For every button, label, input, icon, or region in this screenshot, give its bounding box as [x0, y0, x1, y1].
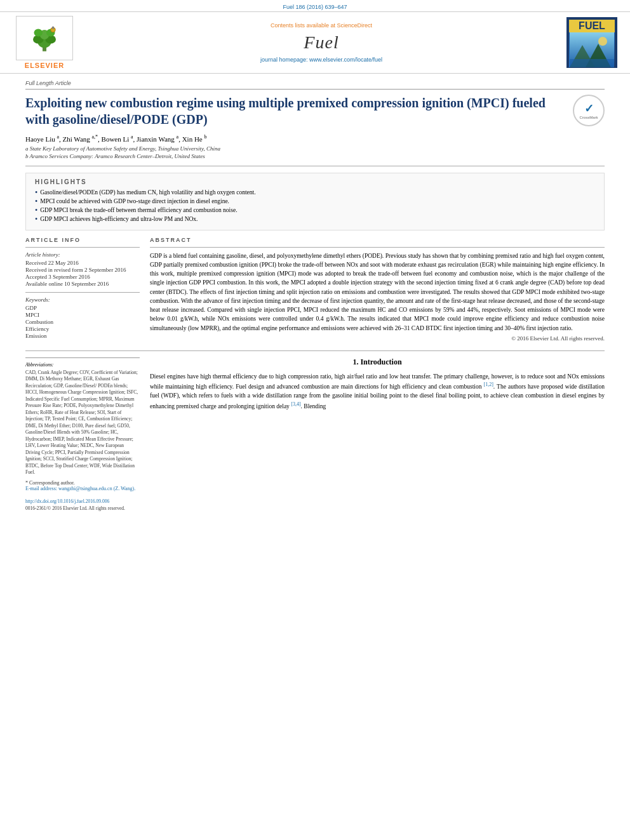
- citation-bar: Fuel 186 (2016) 639–647: [0, 0, 630, 11]
- highlights-title: HIGHLIGHTS: [35, 178, 595, 185]
- bullet-2: •: [35, 197, 37, 205]
- highlight-item-3: • GDP MPCI break the trade-off between t…: [35, 207, 595, 214]
- crossmark-badge: ✓ CrossMark: [573, 95, 605, 126]
- elsevier-logo: ELSEVIER: [13, 16, 76, 69]
- keyword-3: Efficiency: [25, 326, 140, 332]
- crossmark-label: CrossMark: [579, 116, 598, 119]
- article-info-label: ARTICLE INFO: [25, 237, 140, 243]
- svg-point-5: [34, 29, 43, 36]
- article-type: Full Length Article: [25, 80, 605, 90]
- abbreviations-text: CAD, Crank Angle Degree; COV, Coefficien…: [25, 370, 140, 476]
- abbreviations-title: Abbreviations:: [25, 362, 140, 368]
- abstract-text: GDP is a blend fuel containing gasoline,…: [150, 251, 605, 333]
- svg-rect-12: [570, 59, 614, 67]
- svg-point-13: [598, 37, 607, 46]
- intro-col: 1. Introduction Diesel engines have high…: [150, 357, 605, 511]
- info-abstract-row: ARTICLE INFO Article history: Received 2…: [25, 237, 605, 344]
- available-date: Available online 10 September 2016: [25, 281, 140, 287]
- revised-date: Received in revised form 2 September 201…: [25, 267, 140, 273]
- abstract-col: ABSTRACT GDP is a blend fuel containing …: [150, 237, 605, 344]
- journal-name: Fuel: [89, 32, 554, 53]
- issn-line: 0016-2361/© 2016 Elsevier Ltd. All right…: [25, 505, 140, 511]
- highlight-item-1: • Gasoline/diesel/PODEn (GDP) has medium…: [35, 189, 595, 196]
- accepted-date: Accepted 3 September 2016: [25, 274, 140, 280]
- keyword-1: MPCI: [25, 312, 140, 318]
- doi-link[interactable]: http://dx.doi.org/10.1016/j.fuel.2016.09…: [25, 498, 140, 504]
- citation-text: Fuel 186 (2016) 639–647: [283, 4, 347, 10]
- corresponding-note: * Corresponding author.: [25, 480, 140, 486]
- title-row: Exploiting new combustion regime using m…: [25, 95, 605, 128]
- email-text: E-mail address: wangzhi@tsinghua.edu.cn …: [25, 486, 135, 491]
- history-label: Article history:: [25, 251, 140, 258]
- fuel-logo: FUEL: [566, 17, 617, 68]
- history-subsection: Article history: Received 22 May 2016 Re…: [25, 251, 140, 287]
- keyword-4: Emission: [25, 333, 140, 339]
- highlight-item-2: • MPCI could be achieved with GDP two-st…: [35, 198, 595, 205]
- intro-title: 1. Introduction: [150, 357, 605, 367]
- received-date: Received 22 May 2016: [25, 260, 140, 266]
- bullet-3: •: [35, 206, 37, 214]
- intro-text: Diesel engines have high thermal efficie…: [150, 372, 605, 411]
- abstract-label: ABSTRACT: [150, 237, 605, 243]
- intro-section: Abbreviations: CAD, Crank Angle Degree; …: [25, 357, 605, 511]
- journal-center: Contents lists available at ScienceDirec…: [76, 22, 566, 63]
- fuel-logo-text: FUEL: [569, 20, 615, 32]
- footnotes-col: Abbreviations: CAD, Crank Angle Degree; …: [25, 357, 140, 511]
- keywords-list: GDP MPCI Combustion Efficiency Emission: [25, 305, 140, 339]
- affiliation-b: b Aramco Services Company: Aramco Resear…: [25, 153, 605, 159]
- crossmark-icon: ✓: [584, 102, 594, 116]
- highlight-item-4: • GDP MPCI achieves high-efficiency and …: [35, 216, 595, 223]
- keywords-label: Keywords:: [25, 297, 140, 303]
- svg-rect-8: [52, 26, 54, 29]
- homepage-label: journal homepage: www.elsevier.com/locat…: [89, 57, 554, 63]
- email-line: E-mail address: wangzhi@tsinghua.edu.cn …: [25, 486, 140, 491]
- bullet-4: •: [35, 215, 37, 223]
- fuel-logo-image: [569, 32, 615, 67]
- bullet-1: •: [35, 189, 37, 196]
- copyright-line: © 2016 Elsevier Ltd. All rights reserved…: [150, 335, 605, 342]
- highlights-section: HIGHLIGHTS • Gasoline/diesel/PODEn (GDP)…: [25, 173, 605, 230]
- keyword-2: Combustion: [25, 319, 140, 325]
- journal-header: ELSEVIER Contents lists available at Sci…: [0, 11, 630, 74]
- affiliation-a: a State Key Laboratory of Automotive Saf…: [25, 145, 605, 152]
- article-title: Exploiting new combustion regime using m…: [25, 95, 573, 128]
- keywords-subsection: Keywords: GDP MPCI Combustion Efficiency…: [25, 297, 140, 339]
- keyword-0: GDP: [25, 305, 140, 311]
- elsevier-brand-text: ELSEVIER: [25, 62, 64, 69]
- authors-line: Haoye Liu a, Zhi Wang a,*, Bowen Li a, J…: [25, 134, 605, 143]
- sciencedirect-label: Contents lists available at ScienceDirec…: [89, 22, 554, 29]
- article-info-col: ARTICLE INFO Article history: Received 2…: [25, 237, 140, 344]
